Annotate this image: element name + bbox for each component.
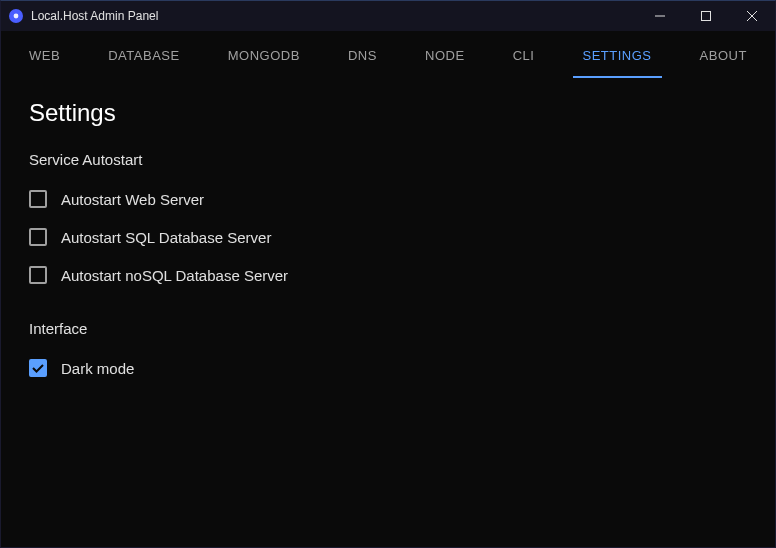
titlebar-left: Local.Host Admin Panel xyxy=(9,9,158,23)
tab-dns[interactable]: DNS xyxy=(340,34,385,77)
maximize-button[interactable] xyxy=(683,1,729,31)
tab-web[interactable]: WEB xyxy=(21,34,68,77)
option-label: Autostart Web Server xyxy=(61,191,204,208)
window-controls xyxy=(637,1,775,31)
window-title: Local.Host Admin Panel xyxy=(31,9,158,23)
close-button[interactable] xyxy=(729,1,775,31)
tab-mongodb[interactable]: MONGODB xyxy=(220,34,308,77)
tab-bar: WEB DATABASE MONGODB DNS NODE CLI SETTIN… xyxy=(1,31,775,79)
tab-about[interactable]: ABOUT xyxy=(692,34,755,77)
section-title-autostart: Service Autostart xyxy=(29,151,747,168)
app-icon xyxy=(9,9,23,23)
option-label: Dark mode xyxy=(61,360,134,377)
option-dark-mode[interactable]: Dark mode xyxy=(29,349,747,387)
titlebar[interactable]: Local.Host Admin Panel xyxy=(1,1,775,31)
checkbox-icon[interactable] xyxy=(29,266,47,284)
checkbox-icon[interactable] xyxy=(29,190,47,208)
option-autostart-web[interactable]: Autostart Web Server xyxy=(29,180,747,218)
option-label: Autostart SQL Database Server xyxy=(61,229,271,246)
minimize-button[interactable] xyxy=(637,1,683,31)
checkbox-icon[interactable] xyxy=(29,359,47,377)
tab-cli[interactable]: CLI xyxy=(505,34,543,77)
section-title-interface: Interface xyxy=(29,320,747,337)
page-title: Settings xyxy=(29,99,747,127)
tab-database[interactable]: DATABASE xyxy=(100,34,187,77)
tab-settings[interactable]: SETTINGS xyxy=(575,34,660,77)
option-autostart-sql[interactable]: Autostart SQL Database Server xyxy=(29,218,747,256)
content-area: Settings Service Autostart Autostart Web… xyxy=(1,79,775,407)
option-autostart-nosql[interactable]: Autostart noSQL Database Server xyxy=(29,256,747,294)
checkbox-icon[interactable] xyxy=(29,228,47,246)
option-label: Autostart noSQL Database Server xyxy=(61,267,288,284)
svg-rect-2 xyxy=(702,12,711,21)
app-window: Local.Host Admin Panel WEB DATABASE MONG… xyxy=(0,0,776,548)
tab-node[interactable]: NODE xyxy=(417,34,473,77)
svg-point-0 xyxy=(14,14,19,19)
